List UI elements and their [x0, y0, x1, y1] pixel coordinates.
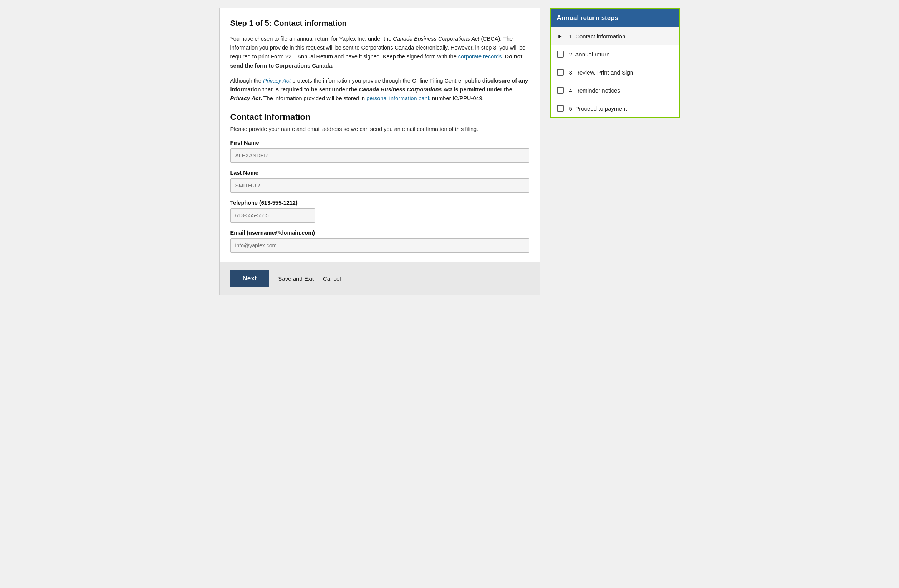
email-group: Email (username@domain.com)	[230, 230, 529, 253]
telephone-input[interactable]	[230, 208, 315, 223]
button-bar: Next Save and Exit Cancel	[220, 262, 540, 295]
telephone-label: Telephone (613-555-1212)	[230, 200, 529, 206]
first-name-label: First Name	[230, 140, 529, 146]
step-3-checkbox-icon	[557, 69, 564, 76]
telephone-group: Telephone (613-555-1212)	[230, 200, 529, 223]
first-name-input[interactable]	[230, 148, 529, 163]
privacy-paragraph: Although the Privacy Act protects the in…	[230, 76, 529, 103]
sidebar-item-2[interactable]: 2. Annual return	[551, 45, 679, 63]
step-4-checkbox-icon	[557, 87, 564, 94]
main-content: Step 1 of 5: Contact information You hav…	[219, 8, 540, 295]
save-exit-button[interactable]: Save and Exit	[278, 275, 314, 282]
corporate-records-link[interactable]: corporate records	[458, 53, 502, 60]
page-wrapper: Step 1 of 5: Contact information You hav…	[219, 8, 680, 295]
last-name-input[interactable]	[230, 178, 529, 193]
last-name-label: Last Name	[230, 170, 529, 176]
privacy-act-link[interactable]: Privacy Act	[263, 78, 291, 84]
last-name-group: Last Name	[230, 170, 529, 193]
next-button[interactable]: Next	[230, 270, 269, 287]
active-step-arrow-icon: ►	[557, 33, 564, 40]
sidebar-item-3[interactable]: 3. Review, Print and Sign	[551, 63, 679, 81]
cancel-button[interactable]: Cancel	[323, 275, 341, 282]
step-5-checkbox-icon	[557, 105, 564, 112]
contact-info-heading: Contact Information	[230, 112, 529, 122]
section-description: Please provide your name and email addre…	[230, 126, 529, 132]
sidebar-item-5-label: 5. Proceed to payment	[569, 105, 627, 112]
step-title: Step 1 of 5: Contact information	[230, 19, 529, 28]
sidebar-item-1-label: 1. Contact information	[569, 33, 626, 40]
sidebar-item-1[interactable]: ► 1. Contact information	[551, 27, 679, 45]
email-label: Email (username@domain.com)	[230, 230, 529, 236]
annual-return-steps-sidebar: Annual return steps ► 1. Contact informa…	[550, 8, 680, 118]
first-name-group: First Name	[230, 140, 529, 163]
step-2-checkbox-icon	[557, 51, 564, 58]
sidebar-item-4[interactable]: 4. Reminder notices	[551, 81, 679, 99]
email-input[interactable]	[230, 238, 529, 253]
sidebar-item-2-label: 2. Annual return	[569, 51, 610, 58]
intro-paragraph-1: You have chosen to file an annual return…	[230, 35, 529, 70]
sidebar-header: Annual return steps	[551, 9, 679, 27]
sidebar-item-3-label: 3. Review, Print and Sign	[569, 69, 634, 76]
sidebar-item-5[interactable]: 5. Proceed to payment	[551, 99, 679, 117]
personal-info-bank-link[interactable]: personal information bank	[366, 95, 430, 101]
sidebar-item-4-label: 4. Reminder notices	[569, 87, 620, 94]
